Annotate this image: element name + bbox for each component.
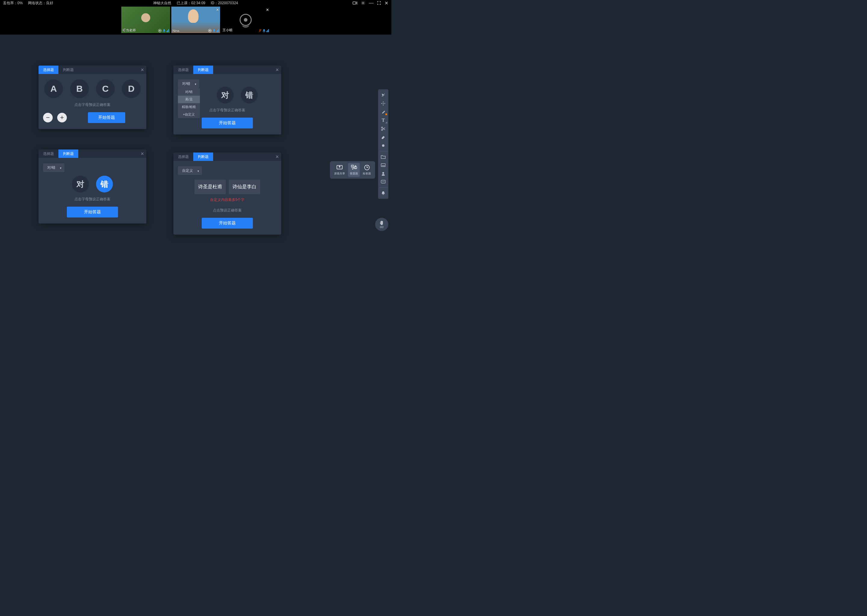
video-label-student1: Nina <box>172 29 180 33</box>
svg-point-3 <box>159 30 161 31</box>
camera-toggle-icon[interactable] <box>353 1 357 5</box>
right-toolbar: T◢ <box>378 90 388 199</box>
move-tool-icon[interactable] <box>379 99 387 107</box>
video-close-icon[interactable]: × <box>216 7 219 13</box>
settings-icon[interactable] <box>361 1 365 5</box>
tf-type-dropdown[interactable]: 对/错 对/错 美/丑 精致/粗糙 +自定义 <box>178 79 199 88</box>
start-button[interactable]: 开始答题 <box>88 112 125 123</box>
folder-tool-icon[interactable] <box>379 153 387 160</box>
pointer-tool-icon[interactable] <box>379 91 387 99</box>
answer-tool-button[interactable]: AB 答题器 <box>348 163 360 177</box>
dropdown-button[interactable]: 自定义 <box>178 167 202 175</box>
mic-muted-icon <box>259 29 262 33</box>
video-teacher[interactable]: 叮当老师 <box>121 6 170 33</box>
option-true[interactable]: 对 <box>72 176 89 193</box>
video-close-icon[interactable]: × <box>266 7 269 13</box>
custom-option-2[interactable]: 诗仙是李白 <box>229 179 260 194</box>
panel-close-icon[interactable]: × <box>276 152 279 161</box>
option-b[interactable]: B <box>70 79 89 98</box>
panel-close-icon[interactable]: × <box>276 66 279 74</box>
video-student-2[interactable]: × 王小明 <box>221 6 270 33</box>
tf-type-dropdown[interactable]: 对/错 <box>43 163 65 172</box>
panel-close-icon[interactable]: × <box>140 66 144 74</box>
svg-line-9 <box>259 29 261 32</box>
option-d[interactable]: D <box>122 79 140 98</box>
svg-point-12 <box>382 96 382 97</box>
hand-raise-button[interactable]: 0/2 <box>375 218 388 231</box>
option-true[interactable]: 对 <box>217 86 233 104</box>
tab-choice[interactable]: 选择题 <box>39 66 58 74</box>
buzzer-icon <box>364 164 370 171</box>
dropdown-item[interactable]: 精致/粗糙 <box>178 103 200 111</box>
option-a[interactable]: A <box>44 79 63 98</box>
mic-icon <box>263 29 265 33</box>
svg-rect-17 <box>381 163 385 167</box>
option-false[interactable]: 错 <box>241 86 258 104</box>
panel-close-icon[interactable]: × <box>140 149 144 158</box>
hand-count: 0/2 <box>380 226 384 229</box>
tab-judge[interactable]: 判断题 <box>58 149 78 158</box>
fullscreen-icon[interactable] <box>377 1 381 5</box>
svg-point-16 <box>382 145 385 147</box>
close-icon[interactable]: ✕ <box>385 0 388 6</box>
hand-icon <box>379 220 385 226</box>
user-tool-icon[interactable] <box>379 170 387 178</box>
svg-rect-7 <box>213 29 214 31</box>
svg-rect-4 <box>164 29 165 31</box>
dropdown-item[interactable]: 美/丑 <box>178 96 200 103</box>
answer-tool-icon: AB <box>351 164 357 171</box>
scissors-tool-icon[interactable] <box>379 125 387 133</box>
start-button[interactable]: 开始答题 <box>202 218 253 229</box>
tab-judge[interactable]: 判断题 <box>193 66 213 74</box>
video-label-teacher: 叮当老师 <box>123 28 136 33</box>
camera-off-icon <box>240 14 252 26</box>
error-text: 自定义内容最多5个字 <box>178 197 277 203</box>
start-button[interactable]: 开始答题 <box>202 118 253 129</box>
tab-judge[interactable]: 判断题 <box>193 152 213 161</box>
chat-tool-icon[interactable] <box>379 178 387 186</box>
video-student-1[interactable]: × Nina <box>171 6 220 33</box>
tf-type-dropdown[interactable]: 自定义 <box>178 167 202 175</box>
svg-rect-10 <box>263 29 265 31</box>
tab-choice[interactable]: 选择题 <box>173 66 193 74</box>
minus-button[interactable]: − <box>43 113 53 123</box>
custom-option-1[interactable]: 诗圣是杜甫 <box>194 179 226 194</box>
dropdown-button[interactable]: 对/错 <box>178 79 199 88</box>
panel-custom: 选择题 判断题 × 自定义 诗圣是杜甫 诗仙是李白 自定义内容最多5个字 点击预… <box>173 152 281 235</box>
minimize-icon[interactable]: — <box>369 0 374 6</box>
mic-icon <box>162 29 166 33</box>
badge-icon <box>208 29 212 33</box>
svg-text:B: B <box>355 167 356 169</box>
subtitle-tool-icon[interactable] <box>379 161 387 169</box>
option-false[interactable]: 错 <box>96 176 113 193</box>
signal-icon <box>216 29 219 32</box>
svg-rect-18 <box>382 165 383 166</box>
screen-share-button[interactable]: 屏幕共享 <box>333 163 347 177</box>
buzzer-button[interactable]: 抢答器 <box>361 163 373 177</box>
tab-choice[interactable]: 选择题 <box>39 149 58 158</box>
svg-point-1 <box>363 2 364 4</box>
action-panel: 屏幕共享 AB 答题器 抢答器 <box>330 161 375 179</box>
svg-point-23 <box>383 181 383 182</box>
start-button[interactable]: 开始答题 <box>67 207 118 217</box>
text-tool-icon[interactable]: T◢ <box>379 116 387 124</box>
panel-tf-answer: 选择题 判断题 × 对/错 对 错 点击字母预设正确答案 开始答题 <box>39 149 146 223</box>
screen-share-icon <box>336 164 343 171</box>
pen-tool-icon[interactable] <box>379 108 387 116</box>
dropdown-item[interactable]: 对/错 <box>178 88 200 96</box>
svg-point-13 <box>383 103 384 104</box>
top-bar: 丢包率：0% 网络状态：良好 神秘大自然 已上课：02:34:09 ID：202… <box>0 0 391 6</box>
eraser-tool-icon[interactable] <box>379 133 387 141</box>
option-c[interactable]: C <box>96 79 115 98</box>
dot-tool-icon[interactable] <box>379 141 387 149</box>
tab-judge[interactable]: 判断题 <box>58 66 78 74</box>
svg-rect-19 <box>383 165 385 166</box>
tab-choice[interactable]: 选择题 <box>173 152 193 161</box>
class-id: ID：2020070324 <box>211 1 238 6</box>
dropdown-button[interactable]: 对/错 <box>43 163 65 172</box>
dropdown-item[interactable]: +自定义 <box>178 111 200 118</box>
dropdown-menu: 对/错 美/丑 精致/粗糙 +自定义 <box>178 88 200 118</box>
svg-text:A: A <box>352 165 353 167</box>
plus-button[interactable]: + <box>57 113 67 123</box>
bell-tool-icon[interactable] <box>379 189 387 197</box>
